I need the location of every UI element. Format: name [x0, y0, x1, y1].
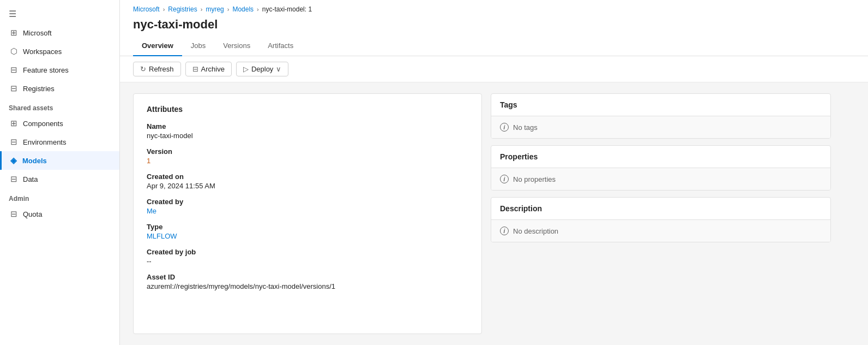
- sidebar: ☰ ⊞ Microsoft ⬡ Workspaces ⊟ Feature sto…: [0, 0, 120, 345]
- sidebar-item-registries[interactable]: ⊟ Registries: [0, 79, 119, 98]
- registries-icon: ⊟: [10, 84, 17, 93]
- properties-info-icon: i: [500, 175, 509, 183]
- sidebar-item-feature-stores[interactable]: ⊟ Feature stores: [0, 61, 119, 79]
- attributes-title: Attributes: [147, 105, 468, 114]
- toolbar: ↻ Refresh ⊟ Archive ▷ Deploy ∨: [120, 56, 868, 82]
- sidebar-header: ☰: [0, 4, 119, 23]
- breadcrumb: Microsoft › Registries › myreg › Models …: [120, 0, 868, 15]
- sidebar-item-microsoft-label: Microsoft: [23, 29, 52, 37]
- sidebar-item-models[interactable]: ◈ Models: [0, 151, 119, 170]
- sidebar-item-components[interactable]: ⊞ Components: [0, 114, 119, 133]
- tab-jobs[interactable]: Jobs: [182, 36, 214, 56]
- page-title: nyc-taxi-model: [120, 15, 868, 36]
- properties-card: Properties i No properties: [491, 145, 831, 191]
- tab-artifacts[interactable]: Artifacts: [259, 36, 302, 56]
- attr-type-value: MLFLOW: [147, 232, 468, 240]
- archive-button[interactable]: ⊟ Archive: [185, 62, 232, 76]
- sidebar-item-workspaces[interactable]: ⬡ Workspaces: [0, 42, 119, 61]
- attr-created-by-value: Me: [147, 207, 468, 215]
- components-icon: ⊞: [10, 118, 17, 128]
- sidebar-item-data[interactable]: ⊟ Data: [0, 170, 119, 188]
- attr-version-value: 1: [147, 157, 468, 165]
- sidebar-item-quota[interactable]: ⊟ Quota: [0, 205, 119, 223]
- attributes-card: Attributes Name nyc-taxi-model Version 1…: [133, 93, 482, 334]
- breadcrumb-myreg[interactable]: myreg: [206, 5, 224, 13]
- data-icon: ⊟: [10, 174, 17, 184]
- attr-name: Name nyc-taxi-model: [147, 122, 468, 140]
- tab-versions[interactable]: Versions: [214, 36, 259, 56]
- sidebar-item-registries-label: Registries: [23, 85, 55, 93]
- sidebar-item-environments[interactable]: ⊟ Environments: [0, 133, 119, 151]
- attr-asset-id-value: azureml://registries/myreg/models/nyc-ta…: [147, 282, 468, 290]
- attr-created-by-job: Created by job --: [147, 248, 468, 265]
- description-empty-message: No description: [513, 227, 558, 235]
- microsoft-icon: ⊞: [10, 28, 17, 38]
- quota-icon: ⊟: [10, 209, 17, 219]
- sidebar-item-quota-label: Quota: [23, 210, 42, 218]
- breadcrumb-models[interactable]: Models: [232, 5, 254, 13]
- breadcrumb-sep-2: ›: [201, 6, 203, 13]
- breadcrumb-microsoft[interactable]: Microsoft: [133, 5, 160, 13]
- deploy-button[interactable]: ▷ Deploy ∨: [236, 62, 288, 76]
- attr-created-on-label: Created on: [147, 172, 468, 181]
- sidebar-item-components-label: Components: [23, 120, 63, 128]
- tab-overview[interactable]: Overview: [133, 36, 182, 56]
- attr-asset-id: Asset ID azureml://registries/myreg/mode…: [147, 273, 468, 290]
- description-card-header: Description: [491, 198, 830, 220]
- sidebar-item-microsoft[interactable]: ⊞ Microsoft: [0, 23, 119, 42]
- description-card: Description i No description: [491, 197, 831, 242]
- tabs: Overview Jobs Versions Artifacts: [120, 36, 868, 56]
- environments-icon: ⊟: [10, 137, 17, 147]
- content-area: Attributes Name nyc-taxi-model Version 1…: [120, 82, 868, 345]
- attr-created-by: Created by Me: [147, 198, 468, 215]
- feature-stores-icon: ⊟: [10, 65, 17, 75]
- right-panel: Tags i No tags Properties i No propertie…: [482, 93, 831, 334]
- tags-empty-message: No tags: [513, 123, 538, 132]
- sidebar-item-data-label: Data: [23, 175, 38, 183]
- breadcrumb-sep-4: ›: [257, 6, 259, 13]
- sidebar-item-models-label: Models: [22, 157, 47, 165]
- breadcrumb-sep-1: ›: [163, 6, 165, 13]
- tags-info-icon: i: [500, 123, 509, 132]
- archive-label: Archive: [201, 65, 225, 73]
- attr-created-on-value: Apr 9, 2024 11:55 AM: [147, 182, 468, 190]
- admin-label: Admin: [0, 188, 119, 205]
- archive-icon: ⊟: [192, 65, 198, 73]
- attr-created-on: Created on Apr 9, 2024 11:55 AM: [147, 172, 468, 190]
- properties-empty-message: No properties: [513, 175, 556, 183]
- attr-name-label: Name: [147, 122, 468, 130]
- tags-card-header: Tags: [491, 94, 830, 116]
- breadcrumb-registries[interactable]: Registries: [168, 5, 197, 13]
- properties-card-body: i No properties: [491, 168, 830, 190]
- attr-created-by-job-value: --: [147, 257, 468, 265]
- deploy-chevron-icon: ∨: [276, 65, 281, 73]
- attr-version: Version 1: [147, 147, 468, 165]
- description-card-body: i No description: [491, 220, 830, 242]
- breadcrumb-current: nyc-taxi-model: 1: [262, 5, 312, 13]
- sidebar-item-workspaces-label: Workspaces: [23, 47, 62, 56]
- attr-created-by-label: Created by: [147, 198, 468, 206]
- attr-version-label: Version: [147, 147, 468, 156]
- description-info-icon: i: [500, 227, 509, 235]
- shared-assets-label: Shared assets: [0, 98, 119, 114]
- refresh-label: Refresh: [149, 65, 174, 73]
- tags-card-body: i No tags: [491, 116, 830, 138]
- main-content: Microsoft › Registries › myreg › Models …: [120, 0, 868, 345]
- attr-created-by-job-label: Created by job: [147, 248, 468, 256]
- attr-type-label: Type: [147, 223, 468, 231]
- attr-type: Type MLFLOW: [147, 223, 468, 240]
- attr-asset-id-label: Asset ID: [147, 273, 468, 281]
- refresh-icon: ↻: [140, 65, 146, 73]
- models-icon: ◈: [10, 156, 17, 165]
- sidebar-item-feature-stores-label: Feature stores: [23, 66, 69, 74]
- properties-card-header: Properties: [491, 146, 830, 168]
- deploy-icon: ▷: [243, 65, 249, 73]
- breadcrumb-sep-3: ›: [227, 6, 230, 13]
- tags-card: Tags i No tags: [491, 93, 831, 139]
- attr-name-value: nyc-taxi-model: [147, 132, 468, 140]
- hamburger-icon[interactable]: ☰: [9, 9, 16, 19]
- workspaces-icon: ⬡: [10, 46, 17, 56]
- sidebar-item-environments-label: Environments: [23, 138, 66, 146]
- refresh-button[interactable]: ↻ Refresh: [133, 62, 181, 76]
- deploy-label: Deploy: [251, 65, 273, 73]
